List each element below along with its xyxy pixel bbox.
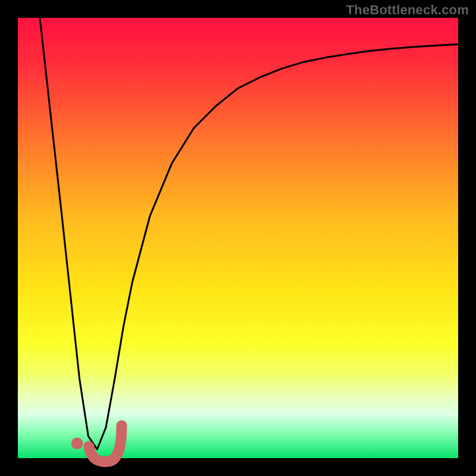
plot-area <box>18 18 458 462</box>
chart-svg <box>0 0 476 476</box>
chart-container: TheBottleneck.com <box>0 0 476 476</box>
hook-dot-icon <box>71 437 83 449</box>
watermark-text: TheBottleneck.com <box>346 2 469 18</box>
plot-background <box>18 18 458 458</box>
